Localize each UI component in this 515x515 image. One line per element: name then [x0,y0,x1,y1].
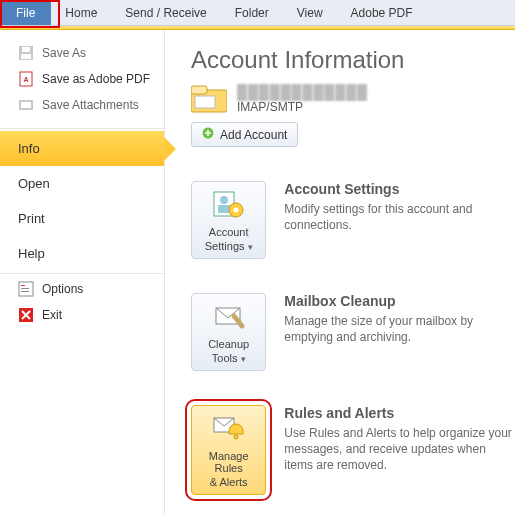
svg-rect-13 [191,86,207,94]
cleanup-btn-l2: Tools [212,352,238,364]
account-box[interactable]: ████████████ IMAP/SMTP [191,84,515,114]
pdf-icon: A [18,71,34,87]
separator [0,128,164,129]
save-icon [18,45,34,61]
nav-help[interactable]: Help [0,236,164,271]
options-icon [18,281,34,297]
account-name: ████████████ [237,84,368,100]
account-settings-body: Modify settings for this account and con… [284,201,515,233]
page-title: Account Information [191,46,515,74]
account-protocol: IMAP/SMTP [237,100,368,114]
cleanup-tools-button[interactable]: Cleanup Tools ▾ [191,293,266,371]
svg-point-17 [220,196,228,204]
svg-rect-10 [21,291,29,292]
cleanup-icon [212,302,246,332]
options-item[interactable]: Options [0,276,164,302]
section-mailbox-cleanup: Cleanup Tools ▾ Mailbox Cleanup Manage t… [191,293,515,371]
account-settings-heading: Account Settings [284,181,515,197]
rules-alerts-heading: Rules and Alerts [284,405,515,421]
options-label: Options [42,282,83,296]
tab-send-receive[interactable]: Send / Receive [111,1,220,25]
svg-point-20 [233,208,238,213]
rules-alerts-icon [212,414,246,444]
tab-home[interactable]: Home [51,1,111,25]
svg-rect-2 [22,47,30,52]
exit-icon [18,307,34,323]
save-attachments-label: Save Attachments [42,98,139,112]
add-account-label: Add Account [220,128,287,142]
svg-rect-1 [21,54,31,59]
manage-rules-alerts-button[interactable]: Manage Rules & Alerts [191,405,266,495]
tab-file[interactable]: File [0,1,51,25]
ribbon-tabs: File Home Send / Receive Folder View Ado… [0,0,515,26]
cleanup-btn-l1: Cleanup [208,338,249,350]
dropdown-caret-icon: ▾ [241,354,246,364]
save-as-item: Save As [0,40,164,66]
nav-print[interactable]: Print [0,201,164,236]
section-account-settings: Account Settings ▾ Account Settings Modi… [191,181,515,259]
mailbox-cleanup-heading: Mailbox Cleanup [284,293,515,309]
rules-alerts-body: Use Rules and Alerts to help organize yo… [284,425,515,474]
exit-label: Exit [42,308,62,322]
rules-btn-l1: Manage Rules [196,450,261,474]
backstage-menu: Save As A Save as Adobe PDF Save Attachm… [0,30,165,515]
mailbox-cleanup-body: Manage the size of your mailbox by empty… [284,313,515,345]
svg-rect-14 [195,96,215,108]
account-settings-btn-l2: Settings [205,240,245,252]
add-account-button[interactable]: Add Account [191,122,298,147]
nav-open[interactable]: Open [0,166,164,201]
tab-adobe-pdf[interactable]: Adobe PDF [337,1,427,25]
svg-rect-6 [21,102,31,108]
svg-rect-8 [21,285,25,286]
svg-rect-9 [21,288,29,289]
content-pane: Account Information ████████████ IMAP/SM… [165,30,515,515]
svg-text:A: A [23,76,28,83]
attachment-icon [18,97,34,113]
rules-btn-l2: & Alerts [210,476,248,488]
save-attachments-item: Save Attachments [0,92,164,118]
exit-item[interactable]: Exit [0,302,164,328]
account-settings-btn-l1: Account [209,226,249,238]
account-settings-button[interactable]: Account Settings ▾ [191,181,266,259]
tab-folder[interactable]: Folder [221,1,283,25]
plus-icon [202,127,214,142]
account-folder-icon [191,84,227,114]
section-rules-alerts: Manage Rules & Alerts Rules and Alerts U… [191,405,515,495]
dropdown-caret-icon: ▾ [248,242,253,252]
save-as-pdf-label: Save as Adobe PDF [42,72,150,86]
account-settings-icon [212,190,246,220]
save-as-label: Save As [42,46,86,60]
separator [0,273,164,274]
svg-rect-18 [218,205,230,213]
nav-info[interactable]: Info [0,131,164,166]
save-as-pdf-item[interactable]: A Save as Adobe PDF [0,66,164,92]
svg-point-23 [234,435,238,439]
tab-view[interactable]: View [283,1,337,25]
